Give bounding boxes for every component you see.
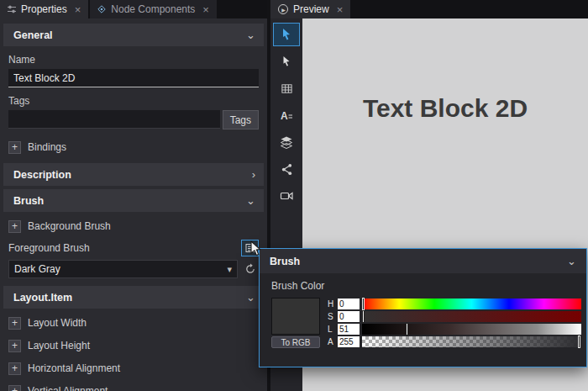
foreground-brush-dropdown[interactable]: Dark Gray ▾ xyxy=(8,260,238,278)
hue-value[interactable]: 0 xyxy=(338,299,360,309)
slider-handle[interactable] xyxy=(578,336,580,348)
node-components-icon xyxy=(97,5,106,13)
tab-properties[interactable]: Properties × xyxy=(0,0,88,18)
bindings-row[interactable]: + Bindings xyxy=(8,139,259,156)
tags-label: Tags xyxy=(8,95,259,107)
saturation-slider[interactable] xyxy=(362,311,581,322)
left-tabbar: Properties × Node Components × xyxy=(0,0,267,18)
add-icon[interactable]: + xyxy=(8,141,21,154)
tags-input[interactable] xyxy=(8,110,220,129)
svg-text:A: A xyxy=(281,110,288,122)
lightness-slider[interactable] xyxy=(362,324,581,335)
layout-width-row[interactable]: + Layout Width xyxy=(8,314,259,331)
tab-properties-label: Properties xyxy=(21,3,67,15)
reset-button[interactable] xyxy=(241,261,259,277)
layers-tool-button[interactable] xyxy=(273,130,300,154)
horizontal-alignment-row[interactable]: + Horizontal Alignment xyxy=(8,360,259,377)
kanzi-studio-window: Properties × Node Components × General ⌄… xyxy=(0,0,588,391)
text-tool-button[interactable]: A xyxy=(273,103,300,127)
hue-slider[interactable] xyxy=(362,299,581,309)
dropdown-caret-icon: ▾ xyxy=(227,264,232,275)
add-icon[interactable]: + xyxy=(8,340,21,352)
section-description-label: Description xyxy=(13,169,71,181)
swatch-column: To RGB xyxy=(271,298,320,348)
canvas-text-block: Text Block 2D xyxy=(363,94,528,123)
section-layout-item-label: Layout.Item xyxy=(13,292,72,304)
pointer-icon xyxy=(281,55,292,67)
chevron-down-icon: ⌄ xyxy=(246,194,255,207)
camera-icon xyxy=(280,189,293,203)
alpha-row: A 255 xyxy=(328,336,581,347)
chevron-right-icon: › xyxy=(252,168,255,181)
foreground-brush-value: Dark Gray xyxy=(14,263,60,275)
name-input[interactable] xyxy=(8,69,259,87)
text-tool-icon: A xyxy=(280,108,293,122)
grid-tool-button[interactable] xyxy=(273,77,300,100)
section-general[interactable]: General ⌄ xyxy=(3,24,264,46)
layout-width-label: Layout Width xyxy=(28,317,87,329)
properties-icon xyxy=(8,5,16,13)
section-layout-item[interactable]: Layout.Item ⌄ xyxy=(3,286,264,309)
select-tool-button[interactable] xyxy=(273,23,300,46)
foreground-brush-label: Foreground Brush xyxy=(8,242,90,254)
brush-popup-header[interactable]: Brush ⌄ xyxy=(260,249,586,273)
saturation-value[interactable]: 0 xyxy=(338,311,360,322)
alpha-label: A xyxy=(328,337,335,346)
select-cursor-icon xyxy=(280,28,293,41)
chevron-down-icon: ⌄ xyxy=(246,291,255,304)
bindings-label: Bindings xyxy=(28,141,66,153)
node-graph-icon xyxy=(281,163,293,176)
brush-popup: Brush ⌄ Brush Color To RGB H 0 S 0 xyxy=(259,248,587,367)
alpha-slider[interactable] xyxy=(362,336,581,347)
preview-tabbar: ▶ Preview × xyxy=(270,0,588,18)
tab-preview[interactable]: ▶ Preview × xyxy=(270,0,350,18)
section-description[interactable]: Description › xyxy=(3,163,264,186)
hue-row: H 0 xyxy=(328,298,581,309)
section-brush-label: Brush xyxy=(13,195,44,207)
layers-icon xyxy=(280,135,293,149)
vertical-alignment-row[interactable]: + Vertical Alignment xyxy=(8,383,259,391)
foreground-brush-controls: Dark Gray ▾ xyxy=(8,260,259,278)
brush-color-editor: To RGB H 0 S 0 L 51 xyxy=(260,298,586,348)
properties-content: General ⌄ Name Tags Tags + Bindings Desc… xyxy=(0,18,267,391)
brush-popup-title: Brush xyxy=(270,256,300,267)
table-icon xyxy=(281,82,293,95)
tab-preview-label: Preview xyxy=(293,3,329,15)
reset-icon xyxy=(244,263,256,275)
horizontal-alignment-label: Horizontal Alignment xyxy=(28,362,120,374)
pointer-tool-button[interactable] xyxy=(273,50,300,73)
foreground-brush-row: Foreground Brush xyxy=(8,239,259,257)
close-icon[interactable]: × xyxy=(202,4,209,15)
saturation-label: S xyxy=(328,312,335,321)
layout-height-row[interactable]: + Layout Height xyxy=(8,337,259,354)
tab-node-components[interactable]: Node Components × xyxy=(90,0,217,18)
slider-handle[interactable] xyxy=(362,310,365,323)
slider-handle[interactable] xyxy=(362,298,365,310)
add-icon[interactable]: + xyxy=(8,317,21,330)
slider-handle[interactable] xyxy=(406,323,408,336)
chevron-down-icon: ⌄ xyxy=(567,255,576,267)
lightness-row: L 51 xyxy=(328,323,581,335)
tags-button[interactable]: Tags xyxy=(223,110,259,129)
background-brush-row[interactable]: + Background Brush xyxy=(8,218,259,235)
brush-color-label: Brush Color xyxy=(260,273,586,298)
play-icon: ▶ xyxy=(278,4,288,14)
add-icon[interactable]: + xyxy=(8,220,21,233)
vertical-alignment-label: Vertical Alignment xyxy=(28,385,108,391)
saturation-row: S 0 xyxy=(328,310,581,322)
color-swatch xyxy=(271,298,320,335)
add-icon[interactable]: + xyxy=(8,385,21,391)
close-icon[interactable]: × xyxy=(75,4,81,15)
camera-tool-button[interactable] xyxy=(273,184,300,208)
section-brush[interactable]: Brush ⌄ xyxy=(3,189,264,212)
properties-panel: Properties × Node Components × General ⌄… xyxy=(0,0,267,391)
alpha-value[interactable]: 255 xyxy=(338,336,360,347)
lightness-value[interactable]: 51 xyxy=(338,324,360,335)
to-rgb-button[interactable]: To RGB xyxy=(271,336,320,348)
background-brush-label: Background Brush xyxy=(28,220,111,232)
alpha-gradient xyxy=(362,336,581,347)
tags-row: Tags xyxy=(8,110,259,129)
node-graph-tool-button[interactable] xyxy=(273,157,300,181)
add-icon[interactable]: + xyxy=(8,362,21,375)
close-icon[interactable]: × xyxy=(337,4,344,15)
